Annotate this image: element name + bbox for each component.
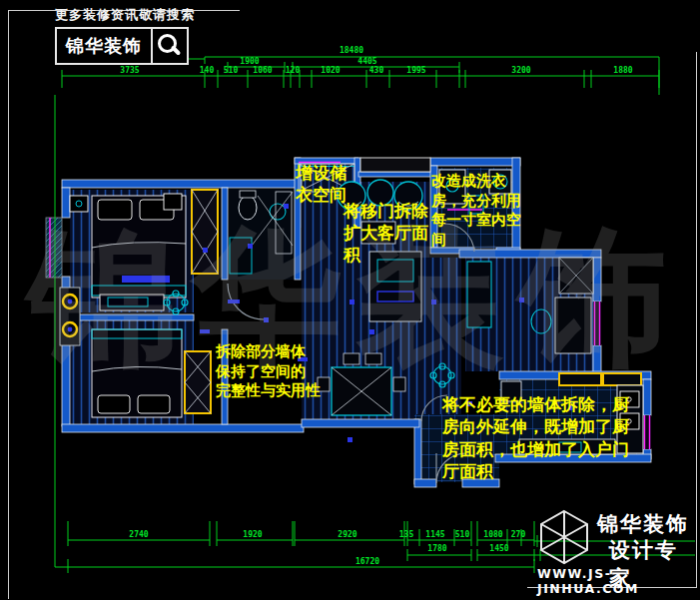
dresser-icon	[100, 295, 164, 310]
annotation-closet: 增设储 衣空间	[296, 162, 347, 206]
wardrobe-icon	[185, 351, 211, 413]
search-icon-handle	[171, 45, 182, 56]
chair-icon	[344, 353, 359, 364]
annotation-wall-removed: 拆除部分墙体 保持了空间的 完整性与实用性	[216, 342, 321, 401]
kitchen-counter-icon	[603, 373, 641, 385]
dim-bottom-3: 2920	[338, 530, 356, 539]
dim-top-3: 510	[224, 66, 238, 75]
annotation-laundry: 改造成洗衣 房，充分利用 每一寸室内空 间	[431, 172, 521, 250]
dim-top-group1: 1900	[240, 57, 259, 66]
footer-brand-line1: 锦华装饰	[597, 510, 689, 538]
toilet-icon	[239, 196, 257, 220]
annotation-sliding-door: 将移门拆除 扩大客厅面 积	[344, 200, 428, 266]
dim-bottom-1: 2740	[129, 530, 148, 539]
window-left-icon	[46, 218, 62, 278]
nightstand-icon	[164, 194, 182, 210]
desk-icon	[555, 298, 591, 353]
search-button[interactable]	[153, 29, 187, 63]
bedroom2-furniture	[92, 329, 182, 417]
dim-bottom-total: 16720	[355, 557, 379, 566]
dim-top-7: 430	[369, 66, 383, 75]
dim-top-9: 3200	[511, 66, 530, 75]
nightstand-icon	[70, 196, 88, 212]
shower-icon	[230, 238, 252, 274]
dim-bottom-8: 270	[511, 530, 525, 539]
footer-website-link[interactable]: WWW.JS-JINHUA.COM	[537, 566, 700, 596]
chair-icon	[393, 377, 405, 391]
cabinet-icon	[467, 262, 491, 327]
dim-top-4: 1060	[253, 66, 272, 75]
shaft-markers	[60, 288, 80, 345]
dim-bottom-7: 1080	[483, 530, 502, 539]
dim-top-6: 1020	[321, 66, 340, 75]
dim-top-5: 120	[286, 66, 300, 75]
brand-search-box[interactable]: 锦华装饰	[55, 27, 189, 65]
brand-name: 锦华装饰	[57, 29, 153, 63]
wardrobe-icon	[192, 190, 218, 274]
dim-top-group2: 4405	[357, 57, 376, 66]
dim-top-total: 18480	[340, 46, 363, 55]
top-beam	[360, 158, 430, 172]
dim-top-10: 1880	[613, 66, 632, 75]
annotation-kitchen: 将不必要的墙体拆除，厨 房向外延伸，既增加了厨 房面积，也增加了入户门 厅面积	[442, 393, 629, 483]
dim-bottom-5: 1145	[425, 530, 444, 539]
footer-logo-block: 锦华装饰 设计专家 WWW.JS-JINHUA.COM	[527, 504, 700, 600]
dim-bottom-2: 1920	[243, 530, 262, 539]
chair-icon	[365, 353, 381, 364]
dim-top-1: 3735	[120, 66, 139, 75]
cube-logo-icon	[535, 508, 593, 566]
kitchen-counter-icon	[559, 373, 601, 385]
dim-bottom-6: 510	[455, 530, 469, 539]
dim-top-8: 1995	[406, 66, 425, 75]
dim-bottom-4: 135	[399, 530, 413, 539]
floorplan-sheet: 锦华装饰 更多装修资讯敬请搜索 锦华装饰 18480 1900 4405 373…	[0, 0, 700, 600]
search-hint-text: 更多装修资讯敬请搜索	[55, 6, 195, 24]
dim-bottom-9: 1780	[427, 544, 446, 553]
dim-bottom-10: 1450	[489, 544, 508, 553]
dim-top-2: 140	[200, 66, 214, 75]
